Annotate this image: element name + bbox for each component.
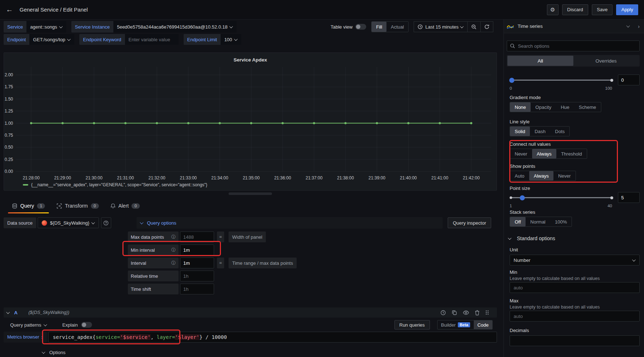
info-icon: ⓘ xyxy=(171,234,176,240)
panel-resize-handle[interactable] xyxy=(229,192,272,195)
collapse-pane-icon[interactable]: › xyxy=(638,24,640,29)
tab-overrides[interactable]: Overrides xyxy=(573,56,639,66)
fill-opacity-slider[interactable] xyxy=(510,75,613,85)
decimals-input[interactable] xyxy=(510,335,640,346)
query-options-grid: Max data pointsⓘ 1488 = Width of panel M… xyxy=(128,231,297,294)
query-action-icons xyxy=(440,310,489,315)
metrics-browser-button[interactable]: Metrics browser › xyxy=(4,332,47,343)
query-options-header[interactable]: Query options xyxy=(137,217,443,229)
chevron-down-icon[interactable] xyxy=(626,24,630,27)
fill-opacity-value[interactable]: 0 xyxy=(618,75,640,85)
points-never[interactable]: Never xyxy=(553,171,576,180)
query-ref-header[interactable]: A (${DS_SkyWalking}) xyxy=(4,307,497,318)
slider-thumb[interactable] xyxy=(509,78,514,83)
builder-option[interactable]: Builder Beta xyxy=(438,320,474,329)
datasource-help-button[interactable] xyxy=(101,217,111,228)
point-size-slider[interactable] xyxy=(510,192,613,203)
apply-button[interactable]: Apply xyxy=(616,4,638,15)
builder-code-group: Builder Beta Code xyxy=(437,320,493,330)
connect-always[interactable]: Always xyxy=(532,149,556,158)
panel-settings-button[interactable]: ⚙ xyxy=(547,4,559,15)
relative-time-input[interactable]: 1h xyxy=(180,271,214,281)
svg-text:21:29:00: 21:29:00 xyxy=(54,175,71,180)
standard-options-section[interactable]: Standard options xyxy=(509,235,640,241)
copy-icon[interactable] xyxy=(452,310,457,315)
table-view-toggle[interactable] xyxy=(355,24,366,30)
stack-100[interactable]: 100% xyxy=(550,217,572,226)
endpoint-dropdown[interactable]: GET:/songs/top xyxy=(29,34,74,45)
gradient-hue[interactable]: Hue xyxy=(556,102,574,112)
all-overrides-tabs: All Overrides xyxy=(507,55,640,67)
time-range-button[interactable]: Last 15 minutes xyxy=(414,21,468,32)
service-instance-variable: Service Instance 5eed0e5758a244aca6e7699… xyxy=(71,21,237,33)
svg-text:21:37:00: 21:37:00 xyxy=(306,175,323,180)
points-auto[interactable]: Auto xyxy=(510,171,529,180)
back-arrow-icon[interactable]: ← xyxy=(6,5,13,14)
gradient-scheme[interactable]: Scheme xyxy=(574,102,601,112)
min-input[interactable]: auto xyxy=(510,282,640,293)
tab-alert[interactable]: Alert 0 xyxy=(106,198,144,213)
tab-all[interactable]: All xyxy=(507,56,573,66)
run-queries-button[interactable]: Run queries xyxy=(394,320,430,330)
timeseries-chart[interactable]: 2.001.751.501.251.000.750.500.250.0021:2… xyxy=(4,53,497,190)
eye-icon[interactable] xyxy=(463,310,469,315)
endpoint-limit-dropdown[interactable]: 100 xyxy=(221,34,241,45)
save-button[interactable]: Save xyxy=(592,4,613,15)
tab-query[interactable]: Query 1 xyxy=(8,198,49,213)
svg-text:21:34:00: 21:34:00 xyxy=(211,175,228,180)
min-help-text: Leave empty to calculate based on all va… xyxy=(510,276,640,281)
connect-threshold[interactable]: Threshold xyxy=(556,149,587,158)
actual-option[interactable]: Actual xyxy=(386,22,408,32)
unit-select[interactable]: Number xyxy=(510,255,640,265)
connect-nulls-label: Connect null values xyxy=(510,141,640,147)
service-dropdown[interactable]: agent::songs xyxy=(26,21,66,33)
stack-off[interactable]: Off xyxy=(510,217,526,226)
time-shift-input[interactable]: 1h xyxy=(180,284,214,294)
trash-icon[interactable] xyxy=(475,310,480,315)
line-solid[interactable]: Solid xyxy=(510,127,530,136)
chart-legend[interactable]: {__name__="service_apdex", layer="GENERA… xyxy=(23,182,207,187)
min-interval-input[interactable]: 1m xyxy=(180,245,214,255)
line-style-group: Solid Dash Dots xyxy=(510,126,570,136)
refresh-button[interactable] xyxy=(481,21,493,32)
query-patterns-dropdown[interactable]: Query patterns xyxy=(10,322,47,328)
page-title: General Service / Edit Panel xyxy=(20,7,88,13)
points-always[interactable]: Always xyxy=(529,171,553,180)
gradient-none[interactable]: None xyxy=(510,102,531,112)
query-patterns-row: Query patterns Explain Run queries Build… xyxy=(4,320,497,330)
stack-normal[interactable]: Normal xyxy=(526,217,550,226)
endpoint-limit-variable: Endpoint Limit 100 xyxy=(184,34,241,45)
chevron-down-icon xyxy=(140,221,143,224)
legend-series-marker xyxy=(23,184,28,186)
zoom-out-button[interactable] xyxy=(468,21,481,32)
visualization-header[interactable]: Time series › xyxy=(504,20,644,33)
svg-text:21:33:00: 21:33:00 xyxy=(180,175,197,180)
tab-transform[interactable]: Transform 0 xyxy=(53,198,103,213)
options-search-input[interactable] xyxy=(518,43,636,49)
discard-button[interactable]: Discard xyxy=(562,4,588,15)
query-inspector-button[interactable]: Query inspector xyxy=(448,217,491,228)
query-options-collapse[interactable]: Options xyxy=(43,348,66,357)
line-dash[interactable]: Dash xyxy=(530,127,550,136)
chevron-down-icon xyxy=(508,236,511,240)
connect-never[interactable]: Never xyxy=(510,149,532,158)
explain-toggle[interactable] xyxy=(81,322,92,328)
history-clock-icon[interactable] xyxy=(440,310,446,315)
drag-grip-icon[interactable] xyxy=(485,310,489,315)
max-input[interactable]: auto xyxy=(510,311,640,322)
fill-option[interactable]: Fill xyxy=(372,22,386,32)
interval-input[interactable]: 1m xyxy=(180,258,214,268)
gear-icon: ⚙ xyxy=(550,7,555,13)
code-option[interactable]: Code xyxy=(474,320,492,329)
table-view-label: Table view xyxy=(331,24,353,30)
endpoint-keyword-input[interactable] xyxy=(125,34,179,45)
max-data-points-input[interactable]: 1488 xyxy=(180,231,214,242)
point-size-control: 5 xyxy=(510,192,640,203)
promql-expression-input[interactable]: service_apdex{service='$service', layer=… xyxy=(48,332,497,343)
point-size-value[interactable]: 5 xyxy=(618,192,640,203)
datasource-picker[interactable]: ${DS_SkyWalking} xyxy=(38,217,99,228)
slider-thumb[interactable] xyxy=(520,195,525,200)
line-dots[interactable]: Dots xyxy=(550,127,569,136)
service-instance-dropdown[interactable]: 5eed0e5758a244aca6e7699415d360aa@10.52.0… xyxy=(113,21,237,33)
gradient-opacity[interactable]: Opacity xyxy=(531,102,556,112)
